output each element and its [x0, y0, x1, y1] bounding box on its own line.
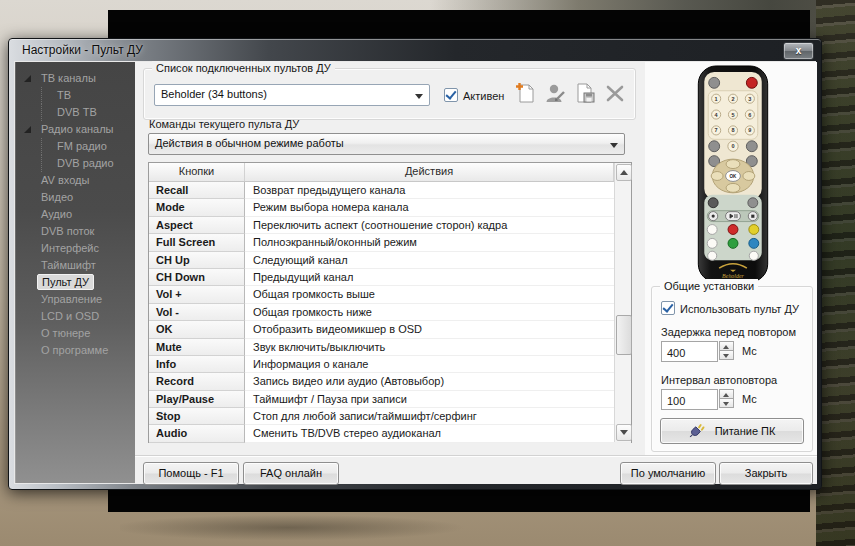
- interval-stepper[interactable]: [719, 389, 734, 409]
- table-row[interactable]: CH DownПредыдущий канал: [149, 269, 631, 286]
- sidebar-item-12[interactable]: Пульт ДУ: [15, 274, 135, 291]
- action-cell[interactable]: Предыдущий канал: [245, 269, 631, 286]
- action-cell[interactable]: Таймшифт / Пауза при записи: [245, 391, 631, 408]
- action-cell[interactable]: Звук включить/выключить: [245, 339, 631, 356]
- table-row[interactable]: Vol +Общая громкость выше: [149, 286, 631, 303]
- sidebar-item-8[interactable]: Аудио: [15, 206, 135, 223]
- button-cell[interactable]: Record: [149, 373, 245, 390]
- button-cell[interactable]: Audio: [149, 425, 245, 442]
- table-row[interactable]: AudioСменить ТВ/DVB стерео аудиоканал: [149, 425, 631, 442]
- sidebar-item-3[interactable]: Радио каналы: [15, 121, 135, 138]
- table-row[interactable]: InfoИнформация о канале: [149, 356, 631, 373]
- sidebar-item-15[interactable]: О тюнере: [15, 325, 135, 342]
- rename-remote-icon[interactable]: [542, 80, 568, 106]
- table-row[interactable]: Play/PauseТаймшифт / Пауза при записи: [149, 391, 631, 408]
- table-row[interactable]: StopСтоп для любой записи/таймшифт/серфи…: [149, 408, 631, 425]
- interval-unit: Мс: [742, 393, 757, 405]
- button-cell[interactable]: Recall: [149, 182, 245, 199]
- button-cell[interactable]: Mute: [149, 339, 245, 356]
- button-cell[interactable]: CH Down: [149, 269, 245, 286]
- table-row[interactable]: ModeРежим выбора номера канала: [149, 199, 631, 216]
- action-cell[interactable]: Запись видео или аудио (Автовыбор): [245, 373, 631, 390]
- table-row[interactable]: CH UpСледующий канал: [149, 252, 631, 269]
- help-button[interactable]: Помощь - F1: [143, 462, 239, 485]
- svg-text:9: 9: [748, 127, 751, 133]
- stepper-down-button[interactable]: [719, 398, 734, 408]
- button-cell[interactable]: Aspect: [149, 217, 245, 234]
- titlebar[interactable]: Настройки - Пульт ДУ x: [9, 39, 821, 61]
- remote-select[interactable]: Beholder (34 buttons): [154, 84, 430, 106]
- column-header-buttons[interactable]: Кнопки: [149, 163, 245, 181]
- use-remote-checkbox[interactable]: [661, 301, 675, 315]
- sidebar-item-16[interactable]: О программе: [15, 342, 135, 359]
- interval-input[interactable]: 100: [661, 389, 718, 410]
- button-cell[interactable]: CH Up: [149, 252, 245, 269]
- command-mode-select[interactable]: Действия в обычном режиме работы: [148, 133, 625, 155]
- sidebar-item-6[interactable]: AV входы: [15, 172, 135, 189]
- sidebar-item-9[interactable]: DVB поток: [15, 223, 135, 240]
- scroll-thumb[interactable]: [616, 315, 632, 355]
- sidebar-item-1[interactable]: ТВ: [15, 87, 135, 104]
- use-remote-row[interactable]: Использовать пульт ДУ: [661, 301, 799, 315]
- tree-expander-icon[interactable]: [24, 126, 31, 133]
- sidebar-item-7[interactable]: Видео: [15, 189, 135, 206]
- button-cell[interactable]: OK: [149, 321, 245, 338]
- sidebar-item-label: AV входы: [37, 174, 93, 186]
- table-row[interactable]: AspectПереключить аспект (соотношение ст…: [149, 217, 631, 234]
- faq-button[interactable]: FAQ онлайн: [243, 462, 339, 485]
- new-remote-icon[interactable]: [512, 80, 538, 106]
- button-cell[interactable]: Info: [149, 356, 245, 373]
- sidebar-item-5[interactable]: DVB радио: [15, 155, 135, 172]
- delay-stepper[interactable]: [719, 341, 734, 361]
- tree-expander-icon[interactable]: [24, 75, 31, 82]
- action-cell[interactable]: Режим выбора номера канала: [245, 199, 631, 216]
- pc-power-label: Питание ПК: [715, 420, 776, 443]
- action-cell[interactable]: Отобразить видеомикшер в OSD: [245, 321, 631, 338]
- action-cell[interactable]: Сменить ТВ/DVB стерео аудиоканал: [245, 425, 631, 442]
- sidebar-item-10[interactable]: Интерфейс: [15, 240, 135, 257]
- table-row[interactable]: Vol -Общая громкость ниже: [149, 304, 631, 321]
- action-cell[interactable]: Переключить аспект (соотношение сторон) …: [245, 217, 631, 234]
- action-cell[interactable]: Информация о канале: [245, 356, 631, 373]
- delete-remote-icon[interactable]: [602, 80, 628, 106]
- table-row[interactable]: MuteЗвук включить/выключить: [149, 339, 631, 356]
- scroll-down-button[interactable]: [616, 424, 632, 441]
- action-cell[interactable]: Общая громкость ниже: [245, 304, 631, 321]
- button-cell[interactable]: Play/Pause: [149, 391, 245, 408]
- action-cell[interactable]: Полноэкранный/оконный режим: [245, 234, 631, 251]
- scroll-up-button[interactable]: [616, 164, 632, 181]
- close-dialog-button[interactable]: Закрыть: [719, 462, 813, 485]
- sidebar-item-11[interactable]: Таймшифт: [15, 257, 135, 274]
- sidebar-item-14[interactable]: LCD и OSD: [15, 308, 135, 325]
- general-settings-group: Общие установки Использовать пульт ДУ За…: [651, 286, 813, 452]
- table-scrollbar[interactable]: [614, 163, 631, 442]
- table-row[interactable]: RecordЗапись видео или аудио (Автовыбор): [149, 373, 631, 390]
- active-checkbox-row[interactable]: Активен: [444, 88, 504, 102]
- pc-power-button[interactable]: Питание ПК: [660, 418, 804, 444]
- sidebar-item-4[interactable]: FM радио: [15, 138, 135, 155]
- table-row[interactable]: OKОтобразить видеомикшер в OSD: [149, 321, 631, 338]
- close-button[interactable]: x: [783, 42, 814, 60]
- button-cell[interactable]: Vol +: [149, 286, 245, 303]
- defaults-button[interactable]: По умолчанию: [620, 462, 716, 485]
- save-remote-icon[interactable]: [572, 80, 598, 106]
- table-row[interactable]: RecallВозврат предыдущего канала: [149, 182, 631, 199]
- stepper-down-button[interactable]: [719, 350, 734, 360]
- delay-input[interactable]: 400: [661, 341, 718, 362]
- table-row[interactable]: Full ScreenПолноэкранный/оконный режим: [149, 234, 631, 251]
- sidebar-item-2[interactable]: DVB ТВ: [15, 104, 135, 121]
- tree-connector: [41, 104, 42, 121]
- remote-control-image: 1234567890 OK: [689, 64, 777, 284]
- action-cell[interactable]: Общая громкость выше: [245, 286, 631, 303]
- action-cell[interactable]: Следующий канал: [245, 252, 631, 269]
- active-checkbox[interactable]: [444, 88, 458, 102]
- sidebar-item-13[interactable]: Управление: [15, 291, 135, 308]
- action-cell[interactable]: Возврат предыдущего канала: [245, 182, 631, 199]
- button-cell[interactable]: Full Screen: [149, 234, 245, 251]
- column-header-actions[interactable]: Действия: [245, 163, 614, 181]
- action-cell[interactable]: Стоп для любой записи/таймшифт/серфинг: [245, 408, 631, 425]
- sidebar-item-0[interactable]: ТВ каналы: [15, 70, 135, 87]
- button-cell[interactable]: Stop: [149, 408, 245, 425]
- button-cell[interactable]: Mode: [149, 199, 245, 216]
- button-cell[interactable]: Vol -: [149, 304, 245, 321]
